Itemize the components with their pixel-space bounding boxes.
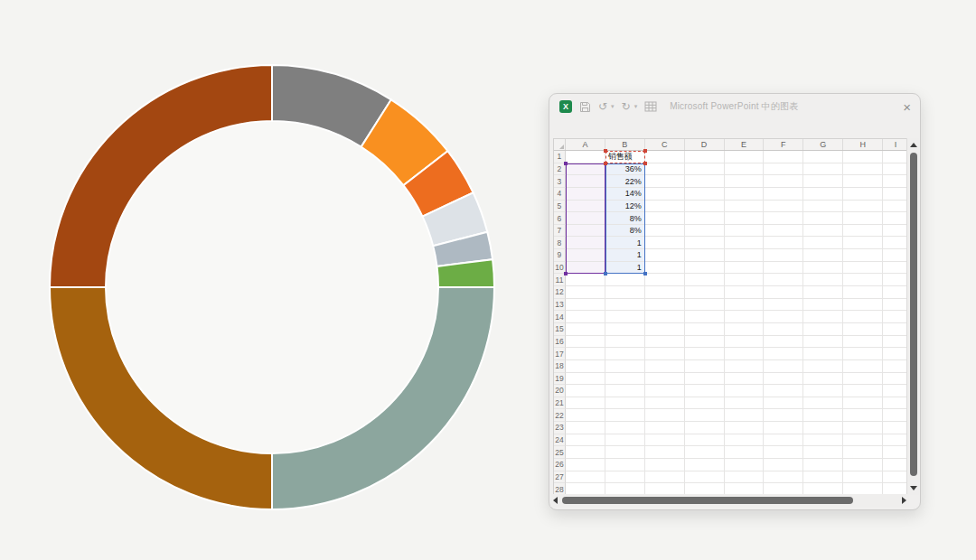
cell-D19[interactable]: [685, 373, 725, 386]
cell-F19[interactable]: [764, 373, 803, 386]
cell-G4[interactable]: [803, 188, 843, 201]
cell-A15[interactable]: [566, 323, 605, 336]
cell-A16[interactable]: [566, 336, 605, 349]
row-header-22[interactable]: 22: [554, 409, 566, 422]
cell-C13[interactable]: [645, 299, 685, 312]
cell-C24[interactable]: [645, 434, 685, 447]
cell-C1[interactable]: [645, 151, 685, 163]
cell-G3[interactable]: [803, 175, 843, 188]
cell-G10[interactable]: [803, 262, 843, 275]
row-header-8[interactable]: 8: [554, 237, 566, 249]
row-header-9[interactable]: 9: [554, 249, 566, 262]
row-header-21[interactable]: 21: [554, 397, 566, 410]
cell-I10[interactable]: [883, 262, 909, 275]
cell-D22[interactable]: [685, 409, 725, 422]
cell-B23[interactable]: [605, 422, 645, 434]
cell-A3[interactable]: [566, 175, 605, 188]
cell-F25[interactable]: [764, 446, 803, 459]
cell-C25[interactable]: [645, 446, 685, 459]
cell-B14[interactable]: [605, 311, 645, 323]
cell-B6[interactable]: 8%: [605, 212, 645, 225]
save-icon[interactable]: [579, 101, 591, 113]
cell-F18[interactable]: [764, 360, 803, 373]
cell-H13[interactable]: [843, 299, 883, 312]
cell-I16[interactable]: [883, 336, 909, 349]
cell-E20[interactable]: [725, 385, 765, 397]
row-header-20[interactable]: 20: [554, 385, 566, 397]
column-header-H[interactable]: H: [843, 139, 883, 150]
cell-D5[interactable]: [685, 201, 725, 213]
cell-G7[interactable]: [803, 225, 843, 238]
cell-A6[interactable]: [566, 212, 605, 225]
cell-A18[interactable]: [566, 360, 605, 373]
row-header-1[interactable]: 1: [554, 151, 566, 163]
cell-D20[interactable]: [685, 385, 725, 397]
cell-F26[interactable]: [764, 459, 803, 471]
cell-G6[interactable]: [803, 212, 843, 225]
cell-H15[interactable]: [843, 323, 883, 336]
edit-data-grid-icon[interactable]: [644, 101, 657, 112]
cell-I2[interactable]: [883, 163, 909, 176]
column-header-B[interactable]: B: [605, 139, 645, 150]
cell-I24[interactable]: [883, 434, 909, 447]
cell-F27[interactable]: [764, 471, 803, 484]
cell-D15[interactable]: [685, 323, 725, 336]
cell-C10[interactable]: [645, 262, 685, 275]
cell-F6[interactable]: [764, 212, 803, 225]
cell-E4[interactable]: [725, 188, 765, 201]
vertical-scrollbar[interactable]: [906, 138, 919, 495]
column-header-I[interactable]: I: [883, 139, 909, 150]
cell-C3[interactable]: [645, 175, 685, 188]
cell-A10[interactable]: [566, 262, 605, 275]
cell-E6[interactable]: [725, 212, 765, 225]
cell-C12[interactable]: [645, 286, 685, 299]
cell-D13[interactable]: [685, 299, 725, 312]
column-header-E[interactable]: E: [725, 139, 765, 150]
cell-B7[interactable]: 8%: [605, 225, 645, 238]
cell-G18[interactable]: [803, 360, 843, 373]
cell-H25[interactable]: [843, 446, 883, 459]
cell-C20[interactable]: [645, 385, 685, 397]
column-header-G[interactable]: G: [803, 139, 843, 150]
cell-A23[interactable]: [566, 422, 605, 434]
cell-E25[interactable]: [725, 446, 765, 459]
row-header-2[interactable]: 2: [554, 163, 566, 176]
redo-dropdown-icon[interactable]: ▾: [634, 103, 638, 110]
cell-I3[interactable]: [883, 175, 909, 188]
cell-G23[interactable]: [803, 422, 843, 434]
cell-D23[interactable]: [685, 422, 725, 434]
cell-B19[interactable]: [605, 373, 645, 386]
cell-F11[interactable]: [764, 274, 803, 286]
cell-C19[interactable]: [645, 373, 685, 386]
cell-G16[interactable]: [803, 336, 843, 349]
select-all-corner[interactable]: [554, 139, 566, 150]
cell-G14[interactable]: [803, 311, 843, 323]
cell-I26[interactable]: [883, 459, 909, 471]
cell-I4[interactable]: [883, 188, 909, 201]
cell-G15[interactable]: [803, 323, 843, 336]
cell-E19[interactable]: [725, 373, 765, 386]
cell-H7[interactable]: [843, 225, 883, 238]
cell-H12[interactable]: [843, 286, 883, 299]
cell-D3[interactable]: [685, 175, 725, 188]
cell-B8[interactable]: 1: [605, 237, 645, 249]
cell-D18[interactable]: [685, 360, 725, 373]
cell-A19[interactable]: [566, 373, 605, 386]
cell-A9[interactable]: [566, 249, 605, 262]
cell-D1[interactable]: [685, 151, 725, 163]
cell-A8[interactable]: [566, 237, 605, 249]
row-header-4[interactable]: 4: [554, 188, 566, 201]
cell-G27[interactable]: [803, 471, 843, 484]
cell-I14[interactable]: [883, 311, 909, 323]
cell-B10[interactable]: 1: [605, 262, 645, 275]
vertical-scroll-thumb[interactable]: [910, 153, 917, 476]
cell-F9[interactable]: [764, 249, 803, 262]
cell-I15[interactable]: [883, 323, 909, 336]
cell-B18[interactable]: [605, 360, 645, 373]
cell-H9[interactable]: [843, 249, 883, 262]
row-header-15[interactable]: 15: [554, 323, 566, 336]
cell-D6[interactable]: [685, 212, 725, 225]
cell-E12[interactable]: [725, 286, 765, 299]
cell-F4[interactable]: [764, 188, 803, 201]
cell-D11[interactable]: [685, 274, 725, 286]
